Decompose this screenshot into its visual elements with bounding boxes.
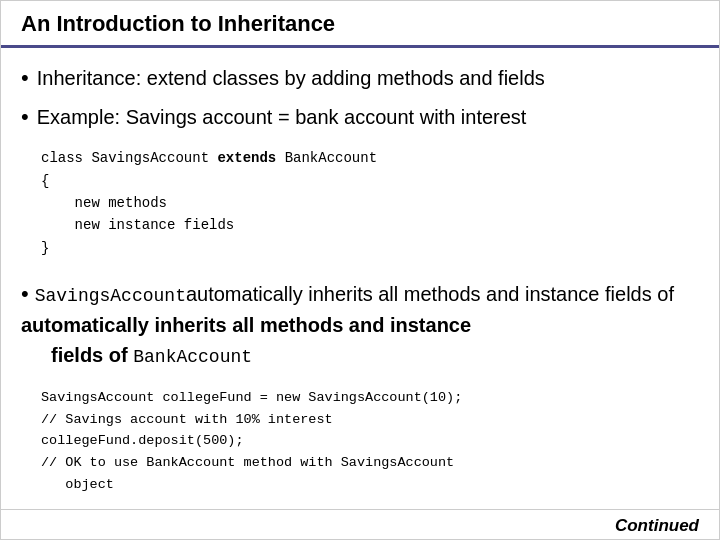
bullet-3-section: • SavingsAccount automatically inherits … bbox=[21, 277, 699, 371]
bullet-3-fields: fields of bbox=[51, 340, 133, 370]
slide-title: An Introduction to Inheritance bbox=[21, 11, 335, 36]
code-line-4: new instance fields bbox=[41, 214, 699, 236]
bullet-dot-3: • bbox=[21, 277, 29, 310]
continued-label: Continued bbox=[615, 516, 699, 536]
bullet-3-text-mid: automatically inherits all methods and i… bbox=[186, 279, 674, 309]
slide: An Introduction to Inheritance • Inherit… bbox=[0, 0, 720, 540]
bullet-3-para2: fields of BankAccount bbox=[21, 340, 699, 371]
bullet-dot-1: • bbox=[21, 64, 29, 93]
bullet-1: • Inheritance: extend classes by adding … bbox=[21, 64, 699, 93]
code-block-2: SavingsAccount collegeFund = new Savings… bbox=[21, 383, 699, 499]
code-block2-line5: object bbox=[41, 474, 699, 496]
bullet-3-text-inherits: automatically inherits all methods and i… bbox=[21, 310, 471, 340]
code-block-1: class SavingsAccount extends BankAccount… bbox=[21, 143, 699, 263]
content-area: • Inheritance: extend classes by adding … bbox=[1, 48, 719, 509]
code-line-3: new methods bbox=[41, 192, 699, 214]
code-line-1: class SavingsAccount extends BankAccount bbox=[41, 147, 699, 169]
code-block2-line3: collegeFund.deposit(500); bbox=[41, 430, 699, 452]
footer: Continued Big Java by Cay Horstmann Copy… bbox=[1, 509, 719, 540]
title-bar: An Introduction to Inheritance bbox=[1, 1, 719, 48]
code-block2-line4: // OK to use BankAccount method with Sav… bbox=[41, 452, 699, 474]
code-block2-line1: SavingsAccount collegeFund = new Savings… bbox=[41, 387, 699, 409]
bullet-2-text: Example: Savings account = bank account … bbox=[37, 103, 527, 131]
bullet-3-para: • SavingsAccount automatically inherits … bbox=[21, 277, 699, 340]
bullet-1-text: Inheritance: extend classes by adding me… bbox=[37, 64, 545, 92]
code-line-2: { bbox=[41, 170, 699, 192]
code-line-5: } bbox=[41, 237, 699, 259]
bullet-2: • Example: Savings account = bank accoun… bbox=[21, 103, 699, 132]
bullet-dot-2: • bbox=[21, 103, 29, 132]
code-block2-line2: // Savings account with 10% interest bbox=[41, 409, 699, 431]
bullet-3-code-suffix: BankAccount bbox=[133, 344, 252, 371]
bullet-3-code-prefix: SavingsAccount bbox=[35, 283, 186, 310]
